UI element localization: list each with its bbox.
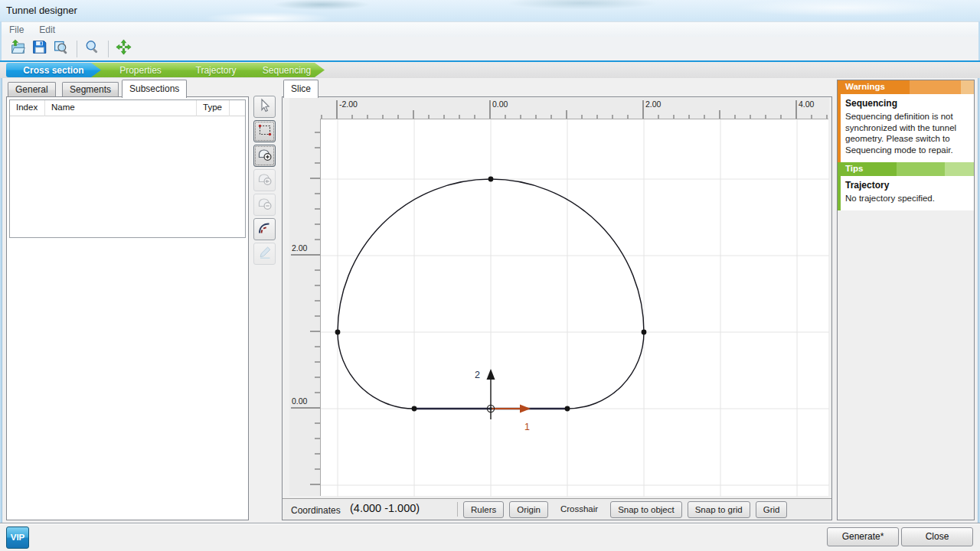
tool-palette — [253, 96, 276, 267]
toolbar — [2, 37, 978, 60]
ruler-vertical-ticks: 0.002.00 — [289, 119, 320, 496]
axis-1-label: 1 — [524, 422, 530, 432]
canvas-toggle-group: RulersOriginCrosshairSnap to objectSnap … — [463, 501, 787, 518]
messages-panel-spacer — [838, 210, 974, 520]
warnings-section: Warnings Sequencing Sequencing definitio… — [838, 80, 974, 162]
tunnel-node[interactable] — [642, 330, 647, 335]
tunnel-node[interactable] — [412, 406, 417, 412]
column-header-type[interactable]: Type — [197, 100, 230, 116]
wizard-step-sequencing[interactable]: Sequencing — [241, 63, 325, 77]
open-icon — [10, 39, 26, 58]
zoom-extents-icon — [53, 39, 69, 58]
column-header-name[interactable]: Name — [45, 100, 197, 116]
subsections-table[interactable]: IndexNameType — [9, 99, 246, 238]
slice-drawing[interactable]: 2 1 — [321, 119, 829, 497]
ruler-vertical: 0.002.00 — [289, 119, 320, 496]
toolbar-separator — [108, 41, 109, 57]
coordinates-label: Coordinates — [291, 505, 341, 516]
zoom-icon — [84, 39, 100, 58]
select-tool-button[interactable] — [253, 96, 276, 118]
tip-title: Trajectory — [845, 180, 969, 191]
open-button[interactable] — [8, 39, 28, 59]
zoom-extents-button[interactable] — [51, 39, 70, 59]
window-title: Tunnel designer — [6, 5, 77, 16]
footer-bar: VIP Generate* Close — [0, 523, 980, 551]
insert-subsection-tool-icon — [257, 171, 273, 190]
save-icon — [31, 39, 47, 58]
tips-section: Tips Trajectory No trajectory specified. — [838, 162, 974, 210]
close-button[interactable]: Close — [901, 527, 973, 546]
tunnel-node[interactable] — [565, 406, 570, 412]
svg-text:0.00: 0.00 — [492, 99, 508, 109]
insert-subsection-tool-button — [253, 169, 276, 191]
tunnel-designer-window: Tunnel designer FileEdit Cross sectionPr… — [0, 0, 980, 551]
menu-edit[interactable]: Edit — [31, 23, 63, 37]
wizard-step-properties[interactable]: Properties — [90, 63, 183, 77]
delete-subsection-tool-icon — [257, 196, 273, 214]
arc-segment-tool-button[interactable] — [253, 218, 276, 240]
toggle-grid[interactable]: Grid — [756, 501, 788, 518]
draw-tool-button — [253, 243, 276, 265]
svg-text:-2.00: -2.00 — [339, 99, 358, 109]
rubber-band-select-tool-button[interactable] — [253, 120, 276, 142]
subsections-panel: IndexNameType — [6, 96, 249, 520]
add-subsection-tool-button[interactable] — [253, 145, 276, 167]
menu-bar: FileEdit — [2, 21, 978, 37]
mode-wizard-bar: Cross sectionPropertiesTrajectorySequenc… — [0, 62, 980, 78]
svg-text:2.00: 2.00 — [645, 99, 662, 109]
wizard-step-trajectory[interactable]: Trajectory — [172, 63, 252, 77]
rubber-band-select-tool-icon — [257, 122, 273, 141]
svg-text:4.00: 4.00 — [799, 99, 815, 109]
coordinates-value: (4.000 -1.000) — [350, 502, 420, 514]
svg-text:0.00: 0.00 — [292, 396, 308, 406]
tab-general[interactable]: General — [8, 82, 56, 97]
warning-text: Sequencing definition is not synchronize… — [845, 111, 969, 156]
ruler-horizontal: -2.000.002.004.00 — [289, 98, 829, 119]
tip-text: No trajectory specified. — [845, 193, 969, 204]
table-header-row: IndexNameType — [10, 100, 245, 116]
toggle-crosshair[interactable]: Crosshair — [554, 501, 605, 518]
divider — [457, 502, 458, 517]
toolbar-separator — [77, 41, 77, 57]
canvas-status-bar: Coordinates (4.000 -1.000) RulersOriginC… — [283, 498, 831, 520]
wizard-step-cross-section[interactable]: Cross section — [6, 63, 101, 77]
warnings-body: Sequencing Sequencing definition is not … — [841, 94, 974, 162]
warnings-header: Warnings — [841, 80, 974, 94]
ruler-horizontal-ticks: -2.000.002.004.00 — [289, 98, 829, 119]
zoom-button[interactable] — [82, 39, 102, 59]
tips-body: Trajectory No trajectory specified. — [841, 176, 974, 210]
tunnel-node[interactable] — [488, 177, 494, 182]
title-bar: Tunnel designer — [0, 0, 980, 21]
tab-slice[interactable]: Slice — [283, 80, 318, 98]
messages-panel: Warnings Sequencing Sequencing definitio… — [837, 80, 975, 520]
drawing-canvas[interactable]: 2 1 — [320, 119, 828, 496]
toggle-snap-to-grid[interactable]: Snap to grid — [688, 501, 750, 518]
tips-header: Tips — [841, 162, 974, 176]
toggle-origin[interactable]: Origin — [509, 501, 548, 518]
axis-2-label: 2 — [475, 370, 480, 380]
pan-button[interactable] — [113, 39, 133, 59]
canvas-panel: -2.000.002.004.00 0.002.00 2 1 Coordinat… — [282, 96, 832, 520]
select-tool-icon — [257, 98, 273, 116]
add-subsection-tool-icon — [257, 147, 273, 165]
column-header-spacer — [230, 100, 245, 116]
svg-text:2.00: 2.00 — [292, 243, 308, 253]
arc-segment-tool-icon — [257, 220, 273, 239]
vip-logo: VIP — [6, 527, 29, 549]
tunnel-node[interactable] — [335, 330, 341, 335]
column-header-index[interactable]: Index — [10, 100, 45, 116]
menu-file[interactable]: File — [2, 23, 31, 37]
warning-title: Sequencing — [845, 98, 969, 109]
delete-subsection-tool-button — [253, 194, 276, 216]
tab-segments[interactable]: Segments — [62, 82, 119, 97]
toggle-snap-to-object[interactable]: Snap to object — [610, 501, 682, 518]
pan-icon — [116, 39, 132, 58]
draw-tool-icon — [257, 245, 273, 263]
generate-button[interactable]: Generate* — [827, 527, 899, 546]
save-button[interactable] — [29, 39, 49, 59]
toggle-rulers[interactable]: Rulers — [463, 501, 504, 518]
tab-subsections[interactable]: Subsections — [122, 80, 187, 98]
